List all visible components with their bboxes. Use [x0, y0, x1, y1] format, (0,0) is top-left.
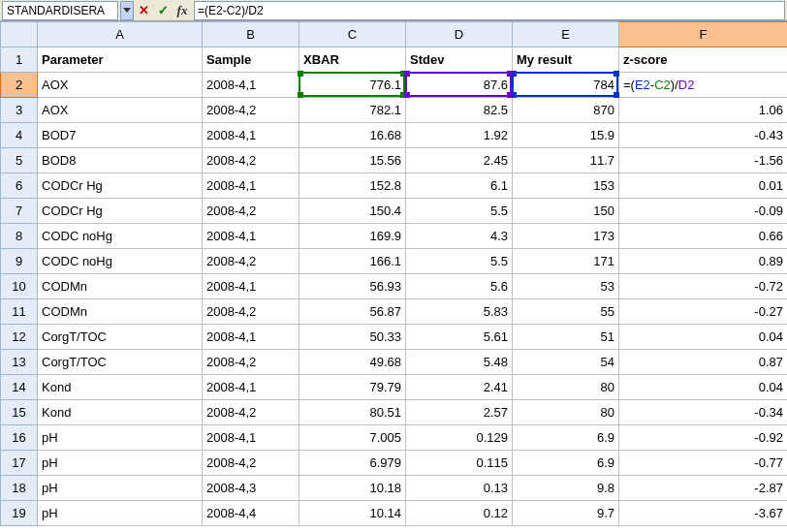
cell[interactable]: 2008-4,2 — [203, 148, 299, 173]
cell[interactable]: 0.89 — [619, 249, 788, 274]
col-header-F[interactable]: F — [619, 22, 788, 47]
row-header[interactable]: 18 — [1, 476, 38, 501]
name-box[interactable]: STANDARDISERA — [2, 1, 118, 20]
insert-function-button[interactable]: fx — [173, 2, 191, 19]
cell[interactable]: 1.06 — [619, 98, 788, 123]
cell[interactable]: 56.87 — [299, 299, 406, 325]
cell[interactable]: 784 — [513, 73, 619, 98]
cell[interactable]: pH — [38, 501, 203, 526]
cell[interactable]: AOX — [38, 98, 203, 123]
cell[interactable]: CorgT/TOC — [38, 350, 203, 375]
formula-input[interactable]: =(E2-C2)/D2 — [194, 1, 785, 20]
cell[interactable]: pH — [38, 451, 203, 476]
cell[interactable]: 5.6 — [406, 274, 513, 299]
cell[interactable]: -0.09 — [619, 199, 788, 224]
cell[interactable]: 56.93 — [299, 274, 406, 299]
cell[interactable]: 150 — [513, 199, 619, 224]
cell[interactable]: z-score — [619, 47, 788, 73]
cell[interactable]: 51 — [513, 325, 619, 350]
cell[interactable]: 870 — [513, 98, 619, 123]
row-header[interactable]: 10 — [1, 274, 38, 299]
cell[interactable]: 2008-4,1 — [203, 375, 299, 400]
cell[interactable]: 53 — [513, 274, 619, 299]
cell[interactable]: 82.5 — [406, 98, 513, 123]
row-header[interactable]: 2 — [1, 73, 38, 98]
cell[interactable]: 2008-4,2 — [203, 98, 299, 123]
cell[interactable]: BOD7 — [38, 123, 203, 148]
row-header[interactable]: 8 — [1, 224, 38, 249]
cell[interactable]: 776.1 — [299, 73, 406, 98]
cell[interactable]: 2008-4,1 — [203, 325, 299, 350]
cell[interactable]: 10.18 — [299, 476, 406, 501]
cell[interactable]: 2008-4,1 — [203, 224, 299, 249]
cancel-button[interactable]: ✕ — [135, 2, 152, 19]
cell[interactable]: CODC noHg — [38, 224, 203, 249]
cell[interactable]: 15.56 — [299, 148, 406, 173]
cell[interactable]: 173 — [513, 224, 619, 249]
col-header-C[interactable]: C — [299, 22, 406, 47]
cell[interactable]: 10.14 — [299, 501, 406, 526]
cell[interactable]: 171 — [513, 249, 619, 274]
cell[interactable]: -2.87 — [619, 476, 788, 501]
cell[interactable]: CorgT/TOC — [38, 325, 203, 350]
cell[interactable]: 0.12 — [406, 501, 513, 526]
cell[interactable]: 153 — [513, 173, 619, 199]
cell[interactable]: 0.87 — [619, 350, 788, 375]
cell[interactable]: 49.68 — [299, 350, 406, 375]
cell[interactable]: XBAR — [299, 47, 406, 73]
row-header[interactable]: 12 — [1, 325, 38, 350]
cell[interactable]: pH — [38, 425, 203, 451]
cell[interactable]: 150.4 — [299, 199, 406, 224]
cell[interactable]: 2.41 — [406, 375, 513, 400]
cell[interactable]: Kond — [38, 400, 203, 425]
cell[interactable]: 169.9 — [299, 224, 406, 249]
name-box-dropdown[interactable] — [120, 1, 134, 20]
cell[interactable]: 782.1 — [299, 98, 406, 123]
row-header[interactable]: 9 — [1, 249, 38, 274]
row-header[interactable]: 5 — [1, 148, 38, 173]
cell[interactable]: 6.979 — [299, 451, 406, 476]
col-header-D[interactable]: D — [406, 22, 513, 47]
cell[interactable]: -0.92 — [619, 425, 788, 451]
cell[interactable]: 5.5 — [406, 249, 513, 274]
cell[interactable]: 2008-4,3 — [203, 476, 299, 501]
cell[interactable]: 5.83 — [406, 299, 513, 325]
cell[interactable]: 0.01 — [619, 173, 788, 199]
row-header[interactable]: 7 — [1, 199, 38, 224]
cell[interactable]: 2008-4,1 — [203, 425, 299, 451]
col-header-A[interactable]: A — [38, 22, 203, 47]
cell[interactable]: 50.33 — [299, 325, 406, 350]
cell[interactable]: 2.45 — [406, 148, 513, 173]
cell[interactable]: 15.9 — [513, 123, 619, 148]
col-header-E[interactable]: E — [513, 22, 619, 47]
cell[interactable]: 2008-4,2 — [203, 199, 299, 224]
row-header[interactable]: 17 — [1, 451, 38, 476]
row-header[interactable]: 15 — [1, 400, 38, 425]
cell[interactable]: 0.04 — [619, 325, 788, 350]
cell[interactable]: Sample — [203, 47, 299, 73]
cell[interactable]: CODCr Hg — [38, 173, 203, 199]
row-header[interactable]: 6 — [1, 173, 38, 199]
cell[interactable]: 87.6 — [406, 73, 513, 98]
cell[interactable]: 5.48 — [406, 350, 513, 375]
enter-button[interactable]: ✓ — [154, 2, 172, 19]
cell[interactable]: 0.129 — [406, 425, 513, 451]
row-header[interactable]: 11 — [1, 299, 38, 325]
cell[interactable]: 2008-4,1 — [203, 123, 299, 148]
cell[interactable]: -0.27 — [619, 299, 788, 325]
cell[interactable]: 0.04 — [619, 375, 788, 400]
cell[interactable]: 80 — [513, 375, 619, 400]
spreadsheet-grid[interactable]: A B C D E F 1ParameterSampleXBARStdevMy … — [0, 21, 787, 526]
cell[interactable]: 2008-4,1 — [203, 274, 299, 299]
cell[interactable]: CODC noHg — [38, 249, 203, 274]
cell[interactable]: 6.9 — [513, 425, 619, 451]
cell[interactable]: 9.7 — [513, 501, 619, 526]
cell[interactable]: 5.5 — [406, 199, 513, 224]
cell[interactable]: 2008-4,4 — [203, 501, 299, 526]
cell[interactable]: -0.34 — [619, 400, 788, 425]
cell[interactable]: 2008-4,2 — [203, 400, 299, 425]
cell[interactable]: 166.1 — [299, 249, 406, 274]
row-header[interactable]: 4 — [1, 123, 38, 148]
cell[interactable]: 11.7 — [513, 148, 619, 173]
cell[interactable]: CODCr Hg — [38, 199, 203, 224]
